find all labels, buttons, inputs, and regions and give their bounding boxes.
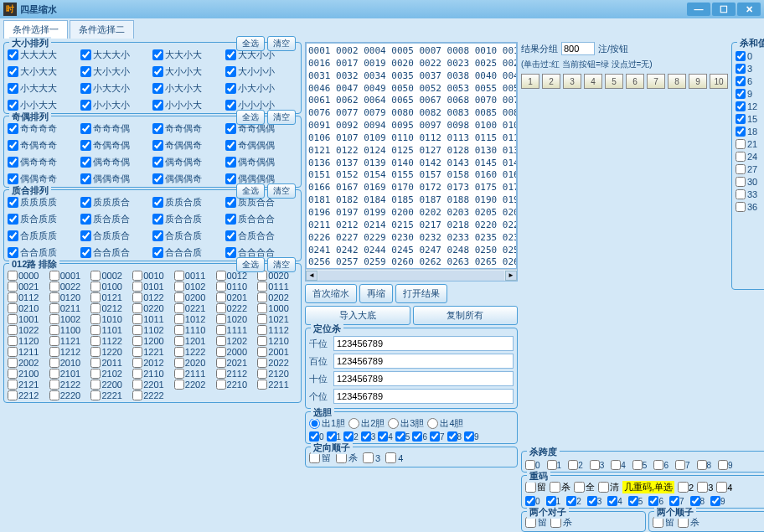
lu012-item[interactable]: 2022 [257, 358, 297, 368]
lu012-item[interactable]: 0110 [216, 281, 256, 292]
lu012-checkbox[interactable] [174, 271, 184, 281]
lu012-checkbox[interactable] [8, 271, 18, 281]
xuandan-num[interactable]: 6 [412, 431, 429, 442]
lu012-checkbox[interactable] [90, 347, 101, 357]
zhihe-select-all[interactable]: 全选 [236, 183, 265, 199]
xuandan-num[interactable]: 8 [447, 431, 464, 442]
lu012-checkbox[interactable] [90, 325, 101, 335]
jiou-item[interactable]: 奇奇奇偶 [80, 122, 153, 135]
zhihe-checkbox[interactable] [80, 197, 91, 208]
lu012-item[interactable]: 0222 [216, 303, 256, 313]
jiou-checkbox[interactable] [225, 157, 236, 168]
result-page-button[interactable]: 8 [668, 74, 686, 89]
lu012-item[interactable]: 1111 [216, 325, 256, 335]
zhihe-checkbox[interactable] [152, 247, 163, 258]
result-page-button[interactable]: 1 [521, 74, 539, 89]
jiou-item[interactable]: 奇偶奇奇 [8, 139, 80, 152]
chongma-num[interactable]: 1 [546, 496, 563, 506]
lu012-checkbox[interactable] [174, 358, 184, 368]
chongma-n[interactable]: 3 [697, 482, 713, 493]
lu012-item[interactable]: 0220 [132, 303, 173, 313]
lu012-item[interactable]: 0200 [174, 292, 214, 302]
zhihe-item[interactable]: 质合质质 [8, 213, 80, 225]
xuandan-radio[interactable]: 出3胆 [388, 417, 424, 430]
jiou-checkbox[interactable] [225, 123, 236, 134]
khz-item[interactable]: 6 [736, 76, 764, 86]
jiou-item[interactable]: 偶偶奇偶 [80, 173, 153, 185]
chongma-num[interactable]: 2 [566, 496, 583, 506]
dingwei-input[interactable] [333, 371, 514, 386]
lu012-checkbox[interactable] [90, 303, 101, 313]
lu012-checkbox[interactable] [132, 325, 142, 335]
scroll-thumb[interactable] [318, 271, 504, 281]
lu012-checkbox[interactable] [8, 325, 18, 335]
lu012-item[interactable]: 2210 [216, 380, 256, 390]
zhihe-item[interactable]: 质合合合 [225, 213, 298, 225]
lu012-item[interactable]: 2120 [257, 369, 297, 379]
chongma-num[interactable]: 9 [710, 496, 727, 506]
zhihe-checkbox[interactable] [80, 214, 91, 225]
lu012-checkbox[interactable] [174, 314, 184, 324]
tab-2[interactable]: 条件选择二 [70, 20, 134, 39]
jiou-clear[interactable]: 清空 [267, 110, 296, 125]
lu012-item[interactable]: 1222 [174, 347, 214, 357]
xuandan-num[interactable]: 0 [309, 431, 326, 442]
lu012-item[interactable]: 1221 [132, 347, 173, 357]
kkd-item[interactable]: 0 [525, 460, 542, 470]
lu012-checkbox[interactable] [132, 336, 142, 346]
result-page-button[interactable]: 10 [710, 74, 728, 89]
zhihe-checkbox[interactable] [8, 247, 18, 258]
jiou-checkbox[interactable] [80, 140, 91, 151]
xuandan-num[interactable]: 1 [327, 431, 343, 442]
khz-item[interactable]: 36 [736, 202, 764, 212]
dxshunzi-opt[interactable]: 4 [385, 452, 403, 463]
zhihe-checkbox[interactable] [80, 230, 91, 241]
daxiao-checkbox[interactable] [8, 100, 18, 111]
zhihe-checkbox[interactable] [225, 247, 236, 258]
shrink-again-button[interactable]: 再缩 [359, 284, 393, 303]
lu012-checkbox[interactable] [257, 303, 267, 313]
zhihe-clear[interactable]: 清空 [267, 183, 296, 199]
daxiao-item[interactable]: 大大小大 [152, 49, 225, 61]
xuandan-num[interactable]: 7 [430, 431, 447, 442]
chongma-num[interactable]: 8 [690, 496, 707, 506]
lu012-item[interactable]: 1011 [132, 314, 173, 324]
lu012-item[interactable]: 2122 [49, 380, 90, 390]
xuandan-num[interactable]: 3 [361, 431, 378, 442]
daxiao-checkbox[interactable] [80, 66, 91, 77]
lu012-item[interactable]: 1200 [132, 336, 173, 346]
lu012-item[interactable]: 1211 [8, 347, 48, 357]
dingwei-input[interactable] [333, 354, 514, 369]
daxiao-checkbox[interactable] [8, 49, 18, 60]
jiou-item[interactable]: 偶奇奇偶 [80, 156, 153, 168]
lu012-item[interactable]: 1020 [216, 314, 256, 324]
open-result-button[interactable]: 打开结果 [395, 284, 447, 303]
lu012-item[interactable]: 2102 [90, 369, 131, 379]
jiou-item[interactable]: 偶奇奇奇 [8, 156, 80, 168]
lu012-checkbox[interactable] [8, 380, 18, 390]
lu012-checkbox[interactable] [49, 303, 59, 313]
lu012-item[interactable]: 2021 [216, 358, 256, 368]
lu012-item[interactable]: 0221 [174, 303, 214, 313]
daxiao-item[interactable]: 大小小大 [152, 65, 225, 78]
lu012-clear[interactable]: 清空 [267, 257, 296, 272]
daxiao-checkbox[interactable] [152, 66, 163, 77]
zhihe-checkbox[interactable] [8, 197, 18, 208]
lu012-checkbox[interactable] [8, 292, 18, 302]
kkd-item[interactable]: 8 [697, 460, 714, 470]
result-page-button[interactable]: 5 [605, 74, 623, 89]
daxiao-item[interactable]: 大小大大 [8, 65, 80, 78]
lu012-item[interactable]: 1120 [8, 336, 48, 346]
lu012-item[interactable]: 1110 [174, 325, 214, 335]
daxiao-item[interactable]: 小大大小 [80, 82, 153, 95]
zhihe-item[interactable]: 合质质质 [8, 230, 80, 242]
daxiao-checkbox[interactable] [225, 66, 236, 77]
lu012-checkbox[interactable] [216, 303, 226, 313]
lu012-item[interactable]: 1022 [8, 325, 48, 335]
zhihe-checkbox[interactable] [152, 230, 163, 241]
chongma-opt[interactable]: 全 [574, 481, 595, 493]
lu012-checkbox[interactable] [257, 358, 267, 368]
jiou-checkbox[interactable] [8, 140, 18, 151]
chongma-num[interactable]: 6 [648, 496, 665, 506]
lu012-checkbox[interactable] [8, 314, 18, 324]
